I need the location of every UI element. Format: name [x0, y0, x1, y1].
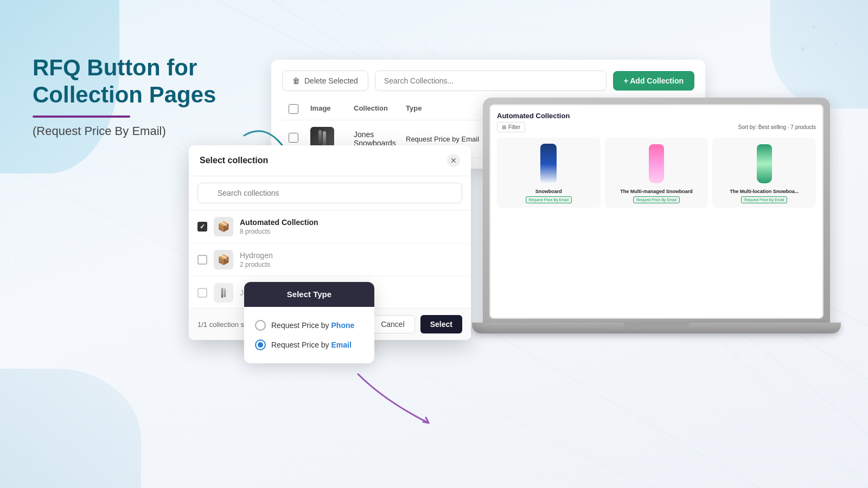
laptop-section: Automated Collection ⊞ Filter Sort by: B… — [483, 98, 852, 390]
collection-thumb-icon: 📦 — [218, 221, 229, 233]
search-wrapper: 🔍 — [197, 183, 462, 203]
filter-label: Filter — [508, 124, 520, 130]
item-checkbox-unchecked[interactable] — [197, 288, 207, 298]
radio-phone[interactable] — [255, 320, 266, 331]
product-image — [717, 142, 812, 185]
item-checkbox-unchecked[interactable] — [197, 255, 207, 265]
item-thumbnail: 📦 — [214, 250, 233, 269]
delete-btn-label: Delete Selected — [304, 76, 358, 85]
filter-icon: ⊞ — [502, 124, 506, 130]
modal-close-button[interactable]: ✕ — [447, 154, 460, 167]
radio-option-phone[interactable]: Request Price by Phone — [255, 316, 363, 335]
product-card: The Multi-location Snowboa... Request Pr… — [712, 138, 816, 208]
snowboard-bar-2 — [224, 288, 226, 298]
product-card: The Multi-managed Snowboard Request Pric… — [605, 138, 709, 208]
products-grid: Snowboard Request Price By Email The Mul… — [497, 138, 816, 208]
delete-selected-button[interactable]: 🗑 Delete Selected — [282, 70, 368, 91]
snowboard-img-c — [757, 144, 772, 183]
product-image — [609, 142, 704, 185]
screen-collection-title: Automated Collection — [497, 112, 816, 120]
item-name-gray: Hydrogen — [240, 251, 462, 260]
add-collection-button[interactable]: + Add Collection — [613, 71, 694, 91]
item-products: 8 products — [240, 228, 462, 235]
type-modal-title: Select Type — [287, 290, 331, 299]
item-products: 2 products — [240, 261, 462, 268]
title-underline — [33, 115, 130, 118]
left-section: RFQ Button for Collection Pages (Request… — [33, 54, 250, 138]
footer-buttons: Cancel Select — [371, 315, 462, 333]
sort-label: Sort by: Best selling — [738, 124, 786, 130]
page-subtitle: (Request Price By Email) — [33, 124, 250, 138]
snowboard-bar-2 — [323, 131, 326, 146]
select-all-checkbox[interactable] — [289, 104, 298, 114]
radio-email[interactable] — [255, 339, 266, 350]
type-modal-header: Select Type — [244, 282, 374, 307]
admin-toolbar: 🗑 Delete Selected + Add Collection — [282, 70, 694, 91]
sort-count: · 7 products — [788, 124, 816, 130]
item-checkbox-checked[interactable]: ✓ — [197, 222, 207, 232]
modal-search-area: 🔍 — [189, 176, 471, 210]
item-name: Automated Collection — [240, 218, 462, 227]
check-icon: ✓ — [200, 223, 205, 230]
modal-header: Select collection ✕ — [189, 145, 471, 176]
rfq-badge: Request Price By Email — [741, 196, 788, 203]
product-name: The Multi-managed Snowboard — [620, 189, 693, 194]
product-name: The Multi-location Snowboa... — [730, 189, 799, 194]
collection-search-input[interactable] — [197, 183, 462, 203]
screen-controls: ⊞ Filter Sort by: Best selling · 7 produ… — [497, 122, 816, 132]
modal-title: Select collection — [200, 156, 268, 165]
product-card: Snowboard Request Price By Email — [497, 138, 601, 208]
item-thumbnail — [214, 283, 233, 303]
page-title: RFQ Button for Collection Pages — [33, 54, 250, 109]
modal-select-button[interactable]: Select — [420, 315, 462, 333]
arrow-3 — [342, 369, 450, 436]
laptop-notch — [624, 323, 689, 328]
list-item[interactable]: 📦 Hydrogen 2 products — [189, 243, 471, 277]
collection-thumb-icon: 📦 — [218, 254, 229, 266]
radio-phone-label: Request Price by Phone — [271, 321, 354, 330]
snowboard-bar — [221, 287, 224, 298]
trash-icon: 🗑 — [292, 76, 300, 85]
laptop-base — [472, 323, 841, 333]
product-name: Snowboard — [535, 189, 562, 194]
select-type-modal: Select Type Request Price by Phone Reque… — [244, 282, 374, 363]
screen-content: Automated Collection ⊞ Filter Sort by: B… — [490, 105, 822, 318]
laptop-outer: Automated Collection ⊞ Filter Sort by: B… — [483, 98, 830, 325]
filter-button[interactable]: ⊞ Filter — [497, 122, 525, 132]
add-collection-label: + Add Collection — [624, 76, 684, 85]
item-thumbnail: 📦 — [214, 217, 233, 236]
snowboard-thumb — [221, 287, 226, 298]
list-item[interactable]: ✓ 📦 Automated Collection 8 products — [189, 210, 471, 243]
type-modal-body: Request Price by Phone Request Price by … — [244, 307, 374, 363]
close-icon: ✕ — [450, 156, 457, 165]
snowboard-img-a — [540, 144, 557, 184]
header-checkbox-col — [289, 104, 310, 115]
item-info: Hydrogen 2 products — [240, 251, 462, 268]
search-collections-input[interactable] — [375, 70, 607, 91]
product-image — [501, 142, 596, 185]
radio-option-email[interactable]: Request Price by Email — [255, 335, 363, 355]
sort-control: Sort by: Best selling · 7 products — [738, 124, 816, 130]
rfq-badge: Request Price By Email — [526, 196, 572, 203]
snowboard-img-b — [649, 144, 664, 183]
header-image: Image — [310, 104, 354, 115]
radio-email-label: Request Price by Email — [271, 341, 352, 349]
rfq-badge: Request Price By Email — [633, 196, 680, 203]
page-wrapper: RFQ Button for Collection Pages (Request… — [0, 0, 868, 488]
laptop-screen: Automated Collection ⊞ Filter Sort by: B… — [489, 104, 824, 319]
header-collection: Collection — [354, 104, 406, 115]
modal-cancel-button[interactable]: Cancel — [371, 315, 415, 333]
item-info: Automated Collection 8 products — [240, 218, 462, 235]
